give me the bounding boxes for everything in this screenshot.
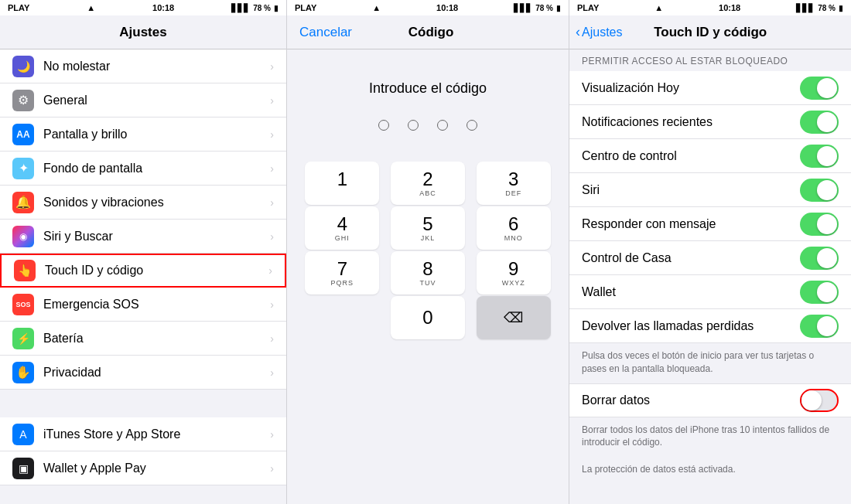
signal-icon-2: ▋▋▋ <box>514 4 532 12</box>
emergencia-label: Emergencia SOS <box>43 298 270 312</box>
toggle-visualizacion[interactable]: Visualización Hoy <box>569 71 851 105</box>
control-casa-label: Control de Casa <box>582 251 800 265</box>
settings-item-pantalla[interactable]: AA Pantalla y brillo › <box>0 117 286 152</box>
keypad: 1 2 ABC 3 DEF 4 GHI 5 <box>287 162 569 341</box>
settings-item-emergencia[interactable]: SOS Emergencia SOS › <box>0 288 286 322</box>
centro-label: Centro de control <box>582 149 800 163</box>
settings-panel: PLAY ▲ 10:18 ▋▋▋ 78 % ▮ Ajustes 🌙 No mol… <box>0 0 286 504</box>
status-bar-3: PLAY ▲ 10:18 ▋▋▋ 78 % ▮ <box>569 0 851 15</box>
bateria-label: Batería <box>43 332 270 346</box>
toggle-wallet[interactable]: Wallet <box>569 275 851 309</box>
key-8[interactable]: 8 TUV <box>391 251 465 295</box>
code-nav-bar: Cancelar Código <box>287 15 569 49</box>
keypad-row-4: 0 ⌫ <box>299 296 556 339</box>
code-dots <box>378 120 477 131</box>
borrar-info: Borrar todos los datos del iPhone tras 1… <box>569 417 851 458</box>
settings-item-siri[interactable]: ◉ Siri y Buscar › <box>0 220 286 254</box>
key-delete-button[interactable]: ⌫ <box>477 296 551 339</box>
time-1: 10:18 <box>152 3 174 12</box>
bateria-chevron: › <box>270 332 274 345</box>
toggle-control-casa[interactable]: Control de Casa <box>569 241 851 275</box>
key-6[interactable]: 6 MNO <box>477 206 551 250</box>
siri-toggle[interactable] <box>800 179 839 202</box>
key-5[interactable]: 5 JKL <box>391 206 465 250</box>
toggle-responder[interactable]: Responder con mensaje <box>569 207 851 241</box>
battery-2: 78 % <box>535 4 553 12</box>
cancel-button[interactable]: Cancelar <box>299 25 352 40</box>
toggle-centro[interactable]: Centro de control <box>569 139 851 173</box>
centro-toggle[interactable] <box>800 145 839 168</box>
privacidad-icon: ✋ <box>12 362 34 383</box>
key-0[interactable]: 0 <box>391 296 465 339</box>
settings-item-touchid[interactable]: 👆 Touch ID y código › <box>0 254 286 288</box>
settings-item-itunes[interactable]: A iTunes Store y App Store › <box>0 417 286 451</box>
settings-title: Ajustes <box>119 25 166 40</box>
status-bar-1: PLAY ▲ 10:18 ▋▋▋ 78 % ▮ <box>0 0 286 15</box>
visualizacion-toggle[interactable] <box>800 77 839 100</box>
key-1[interactable]: 1 <box>305 162 379 205</box>
touchid-panel: PLAY ▲ 10:18 ▋▋▋ 78 % ▮ ‹ Ajustes Touch … <box>569 0 851 504</box>
itunes-icon: A <box>12 424 34 445</box>
notificaciones-toggle[interactable] <box>800 111 839 134</box>
devolver-toggle[interactable] <box>800 315 839 338</box>
settings-item-no-molestar[interactable]: 🌙 No molestar › <box>0 49 286 83</box>
back-chevron-icon: ‹ <box>576 24 580 40</box>
toggle-devolver[interactable]: Devolver las llamadas perdidas <box>569 309 851 343</box>
emergencia-icon: SOS <box>12 294 34 315</box>
settings-item-sonidos[interactable]: 🔔 Sonidos y vibraciones › <box>0 186 286 220</box>
emergencia-chevron: › <box>270 298 274 311</box>
back-button[interactable]: ‹ Ajustes <box>576 24 622 40</box>
carrier-2: PLAY <box>295 3 316 12</box>
itunes-chevron: › <box>270 428 274 441</box>
settings-item-general[interactable]: ⚙ General › <box>0 83 286 117</box>
fondo-label: Fondo de pantalla <box>43 162 270 175</box>
responder-label: Responder con mensaje <box>582 217 800 231</box>
toggle-borrar-datos[interactable]: Borrar datos <box>569 383 851 417</box>
key-2[interactable]: 2 ABC <box>391 162 465 205</box>
borrar-datos-label: Borrar datos <box>582 393 800 407</box>
battery-icon-1: ▮ <box>274 4 279 12</box>
siri-icon: ◉ <box>12 226 34 247</box>
code-panel: PLAY ▲ 10:18 ▋▋▋ 78 % ▮ Cancelar Código … <box>286 0 569 504</box>
no-molestar-chevron: › <box>270 60 274 73</box>
responder-toggle[interactable] <box>800 213 839 236</box>
general-label: General <box>43 94 270 107</box>
key-4[interactable]: 4 GHI <box>305 206 379 250</box>
battery-1: 78 % <box>253 4 271 12</box>
key-9[interactable]: 9 WXYZ <box>477 251 551 295</box>
battery-3: 78 % <box>818 4 836 12</box>
touchid-list: PERMITIR ACCESO AL ESTAR BLOQUEADO Visua… <box>569 49 851 504</box>
time-2: 10:18 <box>436 3 458 12</box>
settings-item-wallet-applepay[interactable]: ▣ Wallet y Apple Pay › <box>0 451 286 485</box>
fondo-chevron: › <box>270 162 274 175</box>
visualizacion-label: Visualización Hoy <box>582 81 800 95</box>
key-3[interactable]: 3 DEF <box>477 162 551 205</box>
privacidad-chevron: › <box>270 366 274 379</box>
code-title: Código <box>408 25 454 40</box>
wallet-toggle[interactable] <box>800 281 839 304</box>
borrar-datos-toggle[interactable] <box>800 389 839 412</box>
wallet-applepay-chevron: › <box>270 462 274 475</box>
pantalla-chevron: › <box>270 128 274 141</box>
settings-group-main: ⚙ General › AA Pantalla y brillo › ✦ Fon… <box>0 83 286 390</box>
signal-icon-3: ▋▋▋ <box>796 4 815 12</box>
back-label: Ajustes <box>582 26 622 39</box>
key-7[interactable]: 7 PQRS <box>305 251 379 295</box>
wallet-toggle-label: Wallet <box>582 285 800 299</box>
settings-item-fondo[interactable]: ✦ Fondo de pantalla › <box>0 152 286 186</box>
siri-toggle-label: Siri <box>582 183 800 197</box>
control-casa-toggle[interactable] <box>800 247 839 270</box>
code-dot-2 <box>408 120 419 131</box>
settings-item-bateria[interactable]: ⚡ Batería › <box>0 322 286 356</box>
section-divider-1 <box>0 390 286 417</box>
code-content: Introduce el código 1 2 ABC 3 DEF <box>287 49 569 504</box>
settings-item-privacidad[interactable]: ✋ Privacidad › <box>0 356 286 390</box>
section-header-bloqueado: PERMITIR ACCESO AL ESTAR BLOQUEADO <box>569 49 851 71</box>
proteccion-info: La protección de datos está activada. <box>569 457 851 484</box>
touchid-label: Touch ID y código <box>45 264 268 278</box>
fondo-icon: ✦ <box>12 158 34 179</box>
toggle-notificaciones[interactable]: Notificaciones recientes <box>569 105 851 139</box>
time-3: 10:18 <box>719 3 740 12</box>
wifi-icon-3: ▲ <box>654 3 663 12</box>
toggle-siri[interactable]: Siri <box>569 173 851 207</box>
